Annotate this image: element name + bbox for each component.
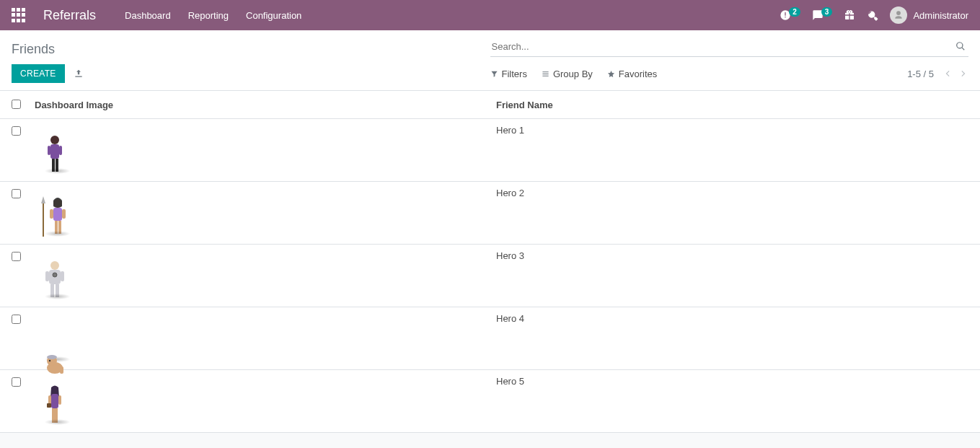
hero-image: [35, 316, 74, 364]
row-checkbox[interactable]: [12, 377, 21, 387]
pager-text[interactable]: 1-5 / 5: [907, 69, 934, 79]
friends-table: Dashboard Image Friend Name: [0, 91, 980, 448]
discuss-icon[interactable]: 3: [812, 9, 833, 21]
export-icon[interactable]: [74, 69, 84, 79]
star-icon: [607, 70, 615, 78]
table-footer: [0, 433, 980, 449]
groupby-dropdown[interactable]: Group By: [542, 69, 593, 79]
hero-image: [35, 128, 74, 175]
svg-rect-4: [48, 146, 50, 155]
friend-name-cell: Hero 4: [490, 307, 980, 370]
pager-prev-icon[interactable]: [943, 69, 953, 79]
gift-icon[interactable]: [844, 9, 855, 21]
groupby-label: Group By: [553, 69, 593, 79]
svg-point-14: [50, 261, 59, 270]
svg-marker-7: [41, 196, 45, 203]
select-all-checkbox[interactable]: [12, 100, 21, 109]
navbar-right: 2 3 Administrator: [780, 6, 968, 24]
nav-link-reporting[interactable]: Reporting: [188, 10, 229, 21]
svg-rect-32: [47, 403, 51, 408]
create-button[interactable]: CREATE: [12, 64, 65, 83]
activity-badge: 2: [789, 7, 800, 17]
funnel-icon: [490, 70, 498, 78]
breadcrumb: Friends: [12, 36, 490, 57]
svg-rect-13: [62, 209, 66, 219]
app-brand[interactable]: Referrals: [43, 8, 96, 23]
row-checkbox[interactable]: [12, 126, 21, 136]
search-icon[interactable]: [955, 41, 966, 51]
col-dashboard-image[interactable]: Dashboard Image: [29, 91, 490, 119]
table-row[interactable]: Hero 2: [0, 182, 980, 245]
svg-point-16: [53, 273, 57, 277]
hero-image: [35, 190, 74, 238]
table-row[interactable]: Hero 5: [0, 370, 980, 433]
svg-rect-12: [50, 209, 53, 219]
row-checkbox[interactable]: [12, 252, 21, 261]
friend-name-cell: Hero 1: [490, 119, 980, 182]
row-checkbox[interactable]: [12, 315, 21, 324]
svg-point-0: [50, 136, 59, 144]
filters-dropdown[interactable]: Filters: [490, 69, 527, 79]
discuss-badge: 3: [821, 7, 833, 17]
table-row[interactable]: Hero 3: [0, 245, 980, 307]
friend-name-cell: Hero 2: [490, 182, 980, 245]
svg-point-24: [48, 360, 50, 361]
svg-rect-20: [61, 271, 64, 281]
top-navbar: Referrals Dashboard Reporting Configurat…: [0, 0, 980, 30]
list-icon: [542, 70, 549, 78]
filters-label: Filters: [502, 69, 527, 79]
user-menu[interactable]: Administrator: [890, 6, 968, 24]
favorites-dropdown[interactable]: Favorites: [607, 69, 657, 79]
search-input[interactable]: [490, 37, 969, 56]
table-row[interactable]: Hero 1: [0, 119, 980, 182]
svg-rect-1: [50, 144, 59, 159]
svg-rect-9: [53, 208, 62, 221]
hero-image: [35, 253, 74, 301]
search-wrap: [490, 37, 969, 57]
friend-name-cell: Hero 3: [490, 245, 980, 307]
svg-rect-25: [60, 366, 63, 374]
svg-rect-27: [51, 394, 58, 408]
user-name: Administrator: [913, 10, 968, 21]
svg-rect-5: [59, 146, 62, 155]
svg-rect-31: [58, 395, 61, 405]
friend-name-cell: Hero 5: [490, 370, 980, 433]
apps-icon[interactable]: [12, 8, 26, 22]
row-checkbox[interactable]: [12, 189, 21, 198]
nav-links: Dashboard Reporting Configuration: [125, 10, 301, 21]
avatar: [890, 6, 907, 24]
pager-next-icon[interactable]: [958, 69, 968, 79]
favorites-label: Favorites: [619, 69, 657, 79]
col-friend-name[interactable]: Friend Name: [490, 91, 980, 119]
nav-link-dashboard[interactable]: Dashboard: [125, 10, 171, 21]
svg-point-23: [47, 355, 57, 359]
control-panel: Friends CREATE Filters Group By Favorite…: [0, 30, 980, 91]
activity-icon[interactable]: 2: [780, 9, 800, 21]
svg-rect-19: [45, 271, 49, 281]
table-row[interactable]: Hero 4: [0, 307, 980, 370]
hero-image: [35, 379, 74, 426]
debug-icon[interactable]: [867, 9, 878, 21]
nav-link-configuration[interactable]: Configuration: [246, 10, 301, 21]
